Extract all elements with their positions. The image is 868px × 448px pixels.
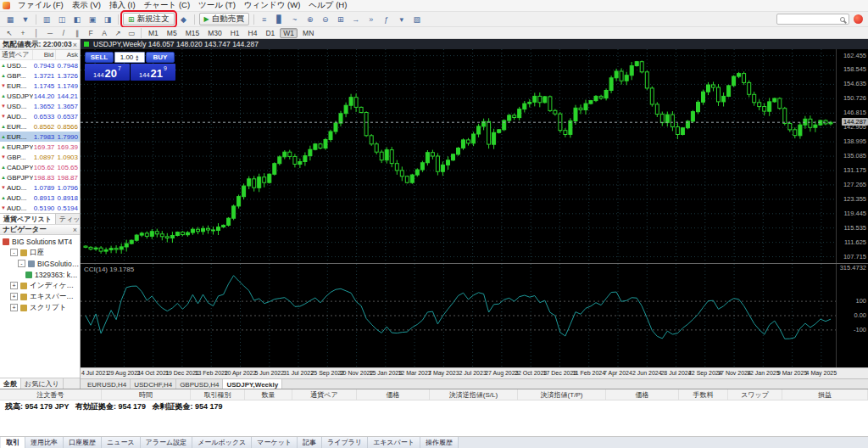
arrow-icon[interactable]: ↗ <box>112 27 124 39</box>
spinner-down-icon[interactable]: ▼ <box>135 58 139 61</box>
tile-windows-icon[interactable]: ⊞ <box>334 14 348 25</box>
menu-item-5[interactable]: ウィンドウ (W) <box>240 0 305 11</box>
periods-icon[interactable]: ▾ <box>395 14 409 25</box>
menu-item-3[interactable]: チャート (C) <box>140 0 195 11</box>
chart-line-icon[interactable]: ~ <box>288 14 302 25</box>
nav-item-3[interactable]: 1329363: kohchai... <box>0 269 80 280</box>
timeframe-h4[interactable]: H4 <box>245 28 261 38</box>
fibonacci-icon[interactable]: F <box>85 27 97 39</box>
strategy-tester-icon[interactable]: ◨ <box>101 14 114 25</box>
menu-item-1[interactable]: 表示 (V) <box>68 0 105 11</box>
nav-item-5[interactable]: +エキスパートアドバイザ <box>0 291 80 302</box>
terminal-tab-2[interactable]: 口座履歴 <box>64 437 102 448</box>
mw-tab-1[interactable]: ティックチャート <box>56 214 80 224</box>
price-axis[interactable]: 162.455158.545154.635150.726146.815142.9… <box>836 49 868 263</box>
volume-input[interactable]: 1.00 ▲▼ <box>114 52 145 63</box>
menu-item-4[interactable]: ツール (T) <box>194 0 240 11</box>
mw-row-5[interactable]: ▼AUD...0.65330.6537 <box>0 111 80 121</box>
terminal-tab-6[interactable]: マーケット <box>252 437 298 448</box>
auto-trading-button[interactable]: ▶ 自動売買 <box>199 13 249 25</box>
terminal-tab-7[interactable]: 記事 <box>298 437 322 448</box>
terminal-tab-8[interactable]: ライブラリ <box>322 437 368 448</box>
mw-tab-0[interactable]: 通貨ペアリスト <box>0 214 56 224</box>
channel-icon[interactable]: ∥ <box>71 27 83 39</box>
community-icon[interactable] <box>854 14 863 24</box>
terminal-tab-10[interactable]: 操作履歴 <box>420 437 459 448</box>
mw-row-13[interactable]: ▲AUD...0.89130.8918 <box>0 193 80 203</box>
timeframe-m15[interactable]: M15 <box>182 28 203 38</box>
mw-row-2[interactable]: ▼EUR...1.17451.1749 <box>0 81 80 91</box>
nav-item-6[interactable]: +スクリプト <box>0 302 80 313</box>
trendline-icon[interactable]: / <box>58 27 70 39</box>
mw-row-4[interactable]: ▼USD...1.36521.3657 <box>0 101 80 111</box>
mw-row-1[interactable]: ▲GBP...1.37211.3726 <box>0 70 80 81</box>
zoom-in-icon[interactable]: ⊕ <box>303 14 317 25</box>
mw-row-6[interactable]: ▲EUR...0.85620.8566 <box>0 121 80 132</box>
nav-tab-1[interactable]: お気に入り <box>21 378 64 389</box>
zoom-out-icon[interactable]: ⊖ <box>319 14 332 25</box>
menu-item-2[interactable]: 挿入 (I) <box>105 0 140 11</box>
terminal-icon[interactable]: ▣ <box>86 14 99 25</box>
indicators-icon[interactable]: ƒ <box>380 14 393 25</box>
profiles-icon[interactable]: ▼ <box>19 14 32 25</box>
cursor-icon[interactable]: ↖ <box>3 27 15 39</box>
expand-icon[interactable]: + <box>10 282 18 289</box>
mw-row-3[interactable]: ▲USDJPY144.20144.21 <box>0 91 80 101</box>
nav-item-4[interactable]: +インディケータ <box>0 280 80 291</box>
close-icon[interactable]: × <box>73 41 77 49</box>
expand-icon[interactable]: + <box>10 304 18 311</box>
mw-row-9[interactable]: ▼GBP...1.08971.0903 <box>0 152 80 162</box>
chart-candles-icon[interactable]: ▊ <box>273 14 287 25</box>
market-watch-icon[interactable]: ▥ <box>40 14 53 25</box>
terminal-tab-9[interactable]: エキスパート <box>368 437 420 448</box>
nav-item-1[interactable]: -口座 <box>0 247 80 258</box>
main-chart[interactable]: 162.455158.545154.635150.726146.815142.9… <box>81 49 868 263</box>
data-window-icon[interactable]: ◫ <box>55 14 69 25</box>
cci-axis[interactable]: 315.47321000.00-100 <box>836 264 868 367</box>
time-axis[interactable]: 4 Jul 202129 Aug 202124 Oct 202119 Dec 2… <box>81 367 868 378</box>
search-input[interactable] <box>776 14 849 25</box>
collapse-icon[interactable]: - <box>18 260 25 267</box>
mw-row-8[interactable]: ▲EURJPY169.37169.39 <box>0 142 80 152</box>
mw-row-14[interactable]: ▼AUD...0.51900.5194 <box>0 203 80 213</box>
volume-spinner[interactable]: ▲▼ <box>135 54 139 61</box>
new-order-button[interactable]: ⊞ 新規注文 <box>123 13 175 25</box>
vertical-line-icon[interactable]: │ <box>31 27 42 39</box>
close-icon[interactable]: × <box>73 226 77 234</box>
timeframe-mn[interactable]: MN <box>299 28 317 38</box>
timeframe-m30[interactable]: M30 <box>204 28 225 38</box>
auto-scroll-icon[interactable]: → <box>349 14 363 25</box>
navigator-icon[interactable]: ◧ <box>70 14 84 25</box>
crosshair-icon[interactable]: + <box>17 27 29 39</box>
chart-shift-icon[interactable]: » <box>364 14 378 25</box>
timeframe-m1[interactable]: M1 <box>145 28 162 38</box>
mw-row-10[interactable]: ▲CADJPY105.62105.65 <box>0 162 80 172</box>
mw-row-11[interactable]: ▲GBPJPY198.83198.87 <box>0 172 80 182</box>
timeframe-h1[interactable]: H1 <box>227 28 243 38</box>
terminal-tab-3[interactable]: ニュース <box>102 437 141 448</box>
timeframe-w1[interactable]: W1 <box>280 28 298 38</box>
terminal-tab-0[interactable]: 取引 <box>1 437 25 448</box>
nav-item-0[interactable]: BIG Solutions MT4 <box>0 236 80 247</box>
mw-row-7[interactable]: ▲EUR...1.79831.7990 <box>0 132 80 142</box>
nav-item-2[interactable]: -BIGSolutions-DEMO2 <box>0 258 80 269</box>
timeframe-m5[interactable]: M5 <box>164 28 181 38</box>
timeframe-d1[interactable]: D1 <box>262 28 278 38</box>
mw-row-12[interactable]: ▼AUD...1.07891.0796 <box>0 182 80 193</box>
expand-icon[interactable]: + <box>10 293 18 300</box>
menu-item-0[interactable]: ファイル (F) <box>14 0 68 11</box>
metaeditor-icon[interactable]: ◆ <box>177 14 191 25</box>
nav-tab-0[interactable]: 全般 <box>0 378 21 389</box>
terminal-tab-1[interactable]: 運用比率 <box>25 437 64 448</box>
terminal-tab-4[interactable]: アラーム設定 <box>141 437 193 448</box>
horizontal-line-icon[interactable]: ─ <box>44 27 56 39</box>
templates-icon[interactable]: ▧ <box>410 14 424 25</box>
cci-indicator-pane[interactable]: CCI(14) 19.1785 315.47321000.00-100 <box>81 263 868 367</box>
collapse-icon[interactable]: - <box>10 249 18 256</box>
sell-button[interactable]: SELL <box>85 52 114 63</box>
terminal-tab-5[interactable]: メールボックス <box>192 437 252 448</box>
new-chart-icon[interactable]: ▦ <box>3 14 17 25</box>
text-icon[interactable]: A <box>98 27 110 39</box>
shapes-icon[interactable]: ▭ <box>125 27 137 39</box>
mw-row-0[interactable]: ▲USD...0.79430.7948 <box>0 60 80 70</box>
